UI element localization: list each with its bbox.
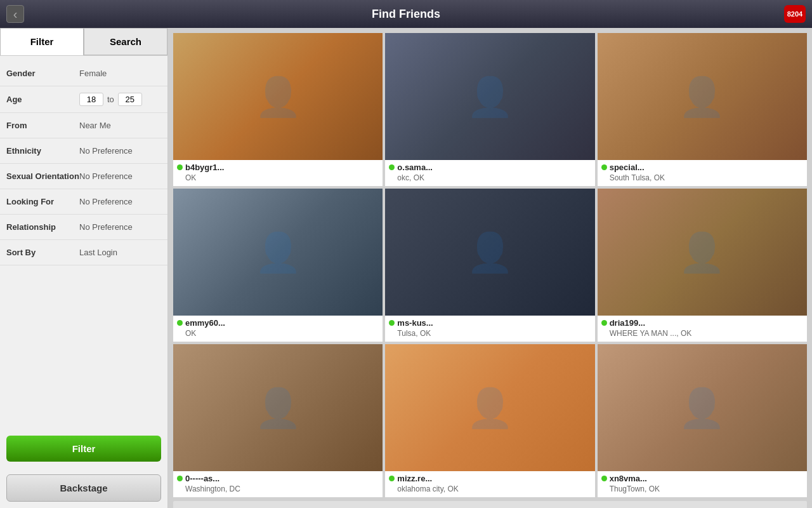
card-username: ms-kus... (397, 318, 433, 328)
card-image: 👤 (598, 344, 807, 471)
online-indicator (177, 476, 183, 481)
list-item[interactable]: 👤 o.sama... okc, OK (385, 33, 594, 186)
card-location: WHERE YA MAN ..., OK (601, 329, 803, 338)
card-info: ms-kus... Tulsa, OK (385, 316, 594, 342)
card-info: b4bygr1... OK (173, 160, 383, 186)
online-indicator (601, 164, 607, 170)
card-info: xn8vma... ThugTown, OK (598, 471, 807, 497)
filter-button[interactable]: Filter (6, 436, 161, 462)
looking-for-value: No Preference (79, 197, 133, 206)
from-value: Near Me (79, 121, 111, 130)
card-name-row: ms-kus... (389, 318, 591, 328)
relationship-label: Relationship (6, 222, 79, 232)
list-item[interactable]: 👤 dria199... WHERE YA MAN ..., OK (598, 189, 807, 342)
card-location: Washington, DC (177, 485, 379, 493)
card-image: 👤 (385, 189, 594, 316)
main-layout: Filter Search Gender Female Age to From … (0, 28, 812, 508)
card-name-row: b4bygr1... (177, 163, 379, 172)
card-name-row: 0-----as... (177, 474, 379, 483)
card-info: special... South Tulsa, OK (598, 160, 807, 186)
card-name-row: mizz.re... (389, 474, 591, 483)
card-image: 👤 (173, 344, 383, 471)
age-from-input[interactable] (79, 93, 103, 106)
relationship-row: Relationship No Preference (0, 215, 167, 240)
card-name-row: o.sama... (389, 163, 591, 172)
online-indicator (601, 320, 607, 326)
card-info: mizz.re... oklahoma city, OK (385, 471, 594, 497)
back-icon: ‹ (13, 7, 18, 22)
page-title: Find Friends (372, 8, 440, 21)
card-username: xn8vma... (610, 474, 647, 483)
online-indicator (389, 320, 395, 326)
card-location: OK (177, 173, 379, 182)
list-item[interactable]: 👤 mizz.re... oklahoma city, OK (385, 344, 594, 497)
online-indicator (177, 320, 183, 326)
list-item[interactable]: 👤 xn8vma... ThugTown, OK (598, 344, 807, 497)
list-item[interactable]: 👤 0-----as... Washington, DC (173, 344, 383, 497)
search-tab[interactable]: Search (84, 28, 167, 55)
age-to-label: to (107, 95, 114, 104)
age-to-input[interactable] (118, 93, 142, 106)
sort-by-row: Sort By Last Login (0, 240, 167, 265)
card-info: emmy60... OK (173, 316, 383, 342)
app-logo: 8204 (784, 5, 806, 23)
backstage-button[interactable]: Backstage (6, 474, 161, 502)
age-label: Age (6, 95, 79, 104)
online-indicator (177, 164, 183, 170)
card-location: Tulsa, OK (389, 329, 591, 338)
show-more-button[interactable]: Show More (173, 501, 807, 508)
card-username: dria199... (610, 318, 645, 328)
card-username: 0-----as... (185, 474, 219, 483)
looking-for-label: Looking For (6, 197, 79, 206)
online-indicator (389, 164, 395, 170)
card-username: emmy60... (185, 318, 225, 328)
back-button[interactable]: ‹ (6, 5, 24, 23)
content-area[interactable]: 👤 b4bygr1... OK 👤 o.sama... okc, OK (168, 28, 812, 508)
card-image: 👤 (385, 344, 594, 471)
age-value: to (79, 93, 142, 106)
card-image: 👤 (385, 33, 594, 160)
looking-for-row: Looking For No Preference (0, 189, 167, 215)
card-image: 👤 (598, 189, 807, 316)
card-location: okc, OK (389, 173, 591, 182)
card-location: OK (177, 329, 379, 338)
online-indicator (389, 476, 395, 481)
list-item[interactable]: 👤 emmy60... OK (173, 189, 383, 342)
card-info: dria199... WHERE YA MAN ..., OK (598, 316, 807, 342)
cards-grid: 👤 b4bygr1... OK 👤 o.sama... okc, OK (173, 33, 807, 497)
list-item[interactable]: 👤 special... South Tulsa, OK (598, 33, 807, 186)
from-label: From (6, 121, 79, 130)
sidebar: Filter Search Gender Female Age to From … (0, 28, 168, 508)
card-username: special... (610, 163, 645, 172)
filter-tab[interactable]: Filter (0, 28, 84, 55)
tab-row: Filter Search (0, 28, 167, 56)
top-bar: ‹ Find Friends 8204 (0, 0, 812, 28)
card-info: o.sama... okc, OK (385, 160, 594, 186)
sort-by-label: Sort By (6, 248, 79, 257)
gender-label: Gender (6, 69, 79, 78)
sort-by-value: Last Login (79, 248, 117, 257)
ethnicity-value: No Preference (79, 146, 133, 156)
online-indicator (601, 476, 607, 481)
list-item[interactable]: 👤 b4bygr1... OK (173, 33, 383, 186)
gender-value: Female (79, 69, 107, 78)
card-location: South Tulsa, OK (601, 173, 803, 182)
from-row: From Near Me (0, 113, 167, 138)
card-image: 👤 (598, 33, 807, 160)
sexual-orientation-row: Sexual Orientation No Preference (0, 164, 167, 189)
age-row: Age to (0, 86, 167, 113)
card-image: 👤 (173, 33, 383, 160)
filter-rows: Gender Female Age to From Near Me Ethnic… (0, 56, 167, 429)
card-name-row: dria199... (601, 318, 803, 328)
card-username: b4bygr1... (185, 163, 224, 172)
relationship-value: No Preference (79, 222, 133, 232)
card-name-row: special... (601, 163, 803, 172)
ethnicity-row: Ethnicity No Preference (0, 138, 167, 164)
card-info: 0-----as... Washington, DC (173, 471, 383, 497)
card-name-row: xn8vma... (601, 474, 803, 483)
list-item[interactable]: 👤 ms-kus... Tulsa, OK (385, 189, 594, 342)
card-name-row: emmy60... (177, 318, 379, 328)
card-image: 👤 (173, 189, 383, 316)
sexual-orientation-value: No Preference (79, 171, 133, 181)
card-location: ThugTown, OK (601, 485, 803, 493)
